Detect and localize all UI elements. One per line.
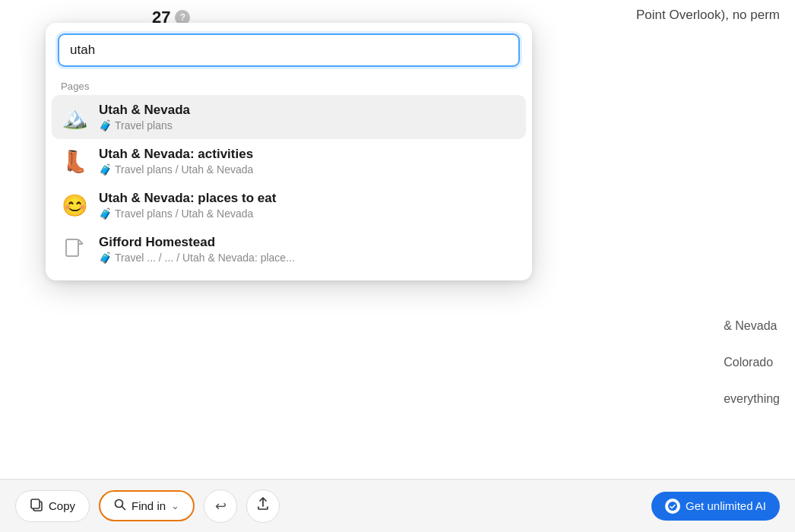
svg-rect-2: [31, 499, 40, 508]
result-title-3: Gifford Homestead: [99, 235, 295, 250]
undo-button[interactable]: ↩: [204, 489, 237, 523]
copy-icon: [30, 498, 43, 515]
result-text-places-to-eat: Utah & Nevada: places to eat 🧳 Travel pl…: [99, 191, 276, 220]
get-ai-label: Get unlimited AI: [686, 499, 766, 512]
result-text-gifford: Gifford Homestead 🧳 Travel ... / ... / U…: [99, 235, 295, 264]
section-label-pages: Pages: [46, 74, 532, 95]
subtitle-icon-2: 🧳: [99, 207, 112, 220]
share-button[interactable]: [246, 489, 280, 523]
result-subtitle-3: 🧳 Travel ... / ... / Utah & Nevada: plac…: [99, 252, 295, 264]
result-subtitle-1: 🧳 Travel plans / Utah & Nevada: [99, 163, 253, 176]
share-icon: [256, 497, 270, 515]
background-text-right: Point Overlook), no perm: [636, 8, 780, 23]
result-title-1: Utah & Nevada: activities: [99, 147, 253, 162]
background-links: & Nevada Colorado everything: [724, 319, 780, 406]
svg-rect-0: [66, 239, 78, 256]
result-text-activities: Utah & Nevada: activities 🧳 Travel plans…: [99, 147, 253, 176]
find-in-button[interactable]: Find in ⌄: [99, 490, 195, 521]
ai-icon: [665, 499, 680, 514]
result-subtitle-2: 🧳 Travel plans / Utah & Nevada: [99, 207, 276, 220]
search-dropdown: Pages 🏔️ Utah & Nevada 🧳 Travel plans 👢 …: [46, 23, 532, 280]
subtitle-icon-0: 🧳: [99, 119, 112, 131]
result-item-utah-nevada[interactable]: 🏔️ Utah & Nevada 🧳 Travel plans: [52, 95, 526, 139]
find-in-label: Find in: [131, 499, 166, 512]
result-item-places-to-eat[interactable]: 😊 Utah & Nevada: places to eat 🧳 Travel …: [46, 183, 532, 227]
svg-point-5: [668, 502, 677, 511]
search-icon: [114, 499, 126, 513]
result-item-gifford[interactable]: Gifford Homestead 🧳 Travel ... / ... / U…: [46, 227, 532, 271]
bg-link-nevada: & Nevada: [724, 319, 780, 333]
result-icon-boot: 👢: [61, 147, 88, 175]
get-ai-button[interactable]: Get unlimited AI: [651, 492, 780, 521]
result-icon-smile: 😊: [61, 192, 88, 219]
result-title-2: Utah & Nevada: places to eat: [99, 191, 276, 206]
search-input[interactable]: [58, 33, 520, 67]
result-subtitle-0: 🧳 Travel plans: [99, 119, 190, 131]
result-title-0: Utah & Nevada: [99, 103, 190, 118]
result-item-activities[interactable]: 👢 Utah & Nevada: activities 🧳 Travel pla…: [46, 139, 532, 183]
toolbar: Copy Find in ⌄ ↩ G: [0, 479, 795, 532]
copy-button[interactable]: Copy: [15, 490, 90, 522]
result-icon-page: [61, 236, 88, 263]
undo-icon: ↩: [215, 498, 226, 515]
subtitle-icon-1: 🧳: [99, 163, 112, 176]
bg-link-everything: everything: [724, 392, 780, 406]
chevron-down-icon: ⌄: [171, 500, 179, 511]
svg-line-4: [122, 507, 125, 510]
result-text-utah-nevada: Utah & Nevada 🧳 Travel plans: [99, 103, 190, 131]
copy-label: Copy: [49, 499, 75, 512]
search-input-wrap: [46, 23, 532, 74]
results-list: 🏔️ Utah & Nevada 🧳 Travel plans 👢 Utah &…: [46, 95, 532, 280]
result-icon-mountain: 🏔️: [61, 103, 88, 131]
bg-link-colorado: Colorado: [724, 356, 780, 369]
subtitle-icon-3: 🧳: [99, 252, 112, 264]
